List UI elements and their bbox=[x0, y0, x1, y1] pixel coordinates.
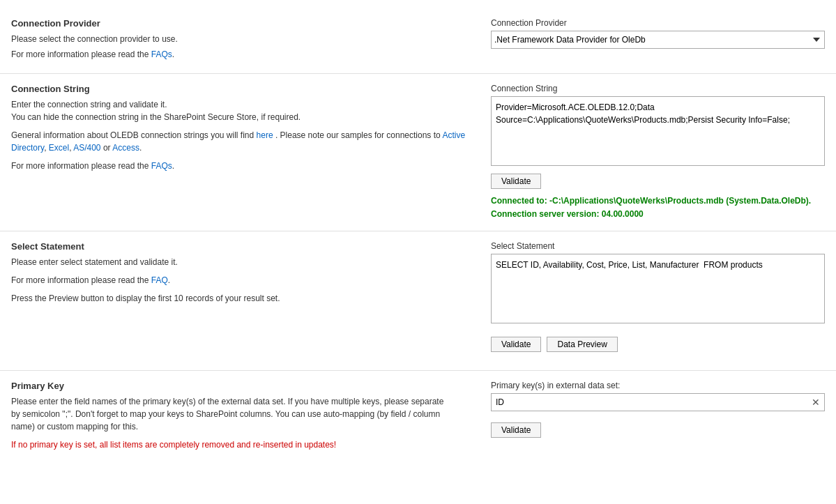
select-statement-data-preview-btn[interactable]: Data Preview bbox=[547, 337, 617, 352]
connected-message: Connected to: -C:\Applications\QuoteWerk… bbox=[491, 194, 825, 221]
connection-provider-left: Connection Provider Please select the co… bbox=[11, 18, 485, 66]
connection-provider-section: Connection Provider Please select the co… bbox=[0, 11, 836, 74]
primary-key-right-label: Primary key(s) in external data set: bbox=[491, 381, 825, 390]
connection-string-faq-wrap: For more information please read the FAQ… bbox=[11, 160, 469, 172]
primary-key-section: Primary Key Please enter the field names… bbox=[0, 371, 836, 464]
connection-provider-select[interactable]: .Net Framework Data Provider for OleDb .… bbox=[491, 31, 825, 49]
primary-key-input[interactable] bbox=[492, 394, 807, 411]
conn-desc2-text: You can hide the connection string in th… bbox=[11, 112, 301, 122]
connection-string-here-link[interactable]: here bbox=[257, 130, 273, 140]
connection-string-faq-link[interactable]: FAQs bbox=[151, 161, 172, 171]
connection-provider-right-label: Connection Provider bbox=[491, 18, 825, 28]
connection-provider-faq-link[interactable]: FAQs bbox=[151, 49, 172, 59]
connection-string-desc3-wrap: General information about OLEDB connecti… bbox=[11, 129, 469, 154]
conn-faq-prefix: For more information please read the bbox=[11, 161, 149, 171]
primary-key-desc1: Please enter the field names of the prim… bbox=[11, 395, 450, 433]
connection-string-validate-wrap: Validate bbox=[491, 168, 825, 189]
connection-string-access-link[interactable]: Access bbox=[112, 143, 139, 153]
connection-string-right-label: Connection String bbox=[491, 84, 825, 93]
select-statement-title: Select Statement bbox=[11, 241, 469, 252]
conn-desc1-text: Enter the connection string and validate… bbox=[11, 100, 167, 109]
primary-key-validate-btn[interactable]: Validate bbox=[491, 422, 541, 438]
connection-provider-faq-wrap: For more information please read the FAQ… bbox=[11, 48, 469, 61]
connection-provider-title: Connection Provider bbox=[11, 18, 469, 29]
select-statement-right: Select Statement SELECT ID, Availability… bbox=[485, 241, 825, 352]
select-statement-textarea[interactable]: SELECT ID, Availability, Cost, Price, Li… bbox=[491, 254, 825, 323]
connection-string-section: Connection String Enter the connection s… bbox=[0, 74, 836, 231]
select-faq-period: . bbox=[168, 275, 170, 285]
conn-desc5-text: or bbox=[103, 143, 111, 153]
connection-string-desc1: Enter the connection string and validate… bbox=[11, 98, 469, 123]
select-statement-left: Select Statement Please enter select sta… bbox=[11, 241, 485, 307]
connection-string-validate-btn[interactable]: Validate bbox=[491, 174, 541, 189]
connection-string-title: Connection String bbox=[11, 84, 469, 94]
select-statement-faq-wrap: For more information please read the FAQ… bbox=[11, 274, 469, 287]
page: Connection Provider Please select the co… bbox=[0, 0, 836, 475]
conn-desc4-text: . Please note our samples for connection… bbox=[275, 130, 441, 140]
select-statement-btn-row: Validate Data Preview bbox=[491, 331, 825, 352]
connection-provider-desc1: Please select the connection provider to… bbox=[11, 33, 469, 45]
select-statement-desc1: Please enter select statement and valida… bbox=[11, 256, 469, 268]
primary-key-clear-btn[interactable]: ✕ bbox=[807, 394, 824, 411]
connected-msg-line1: Connected to: -C:\Applications\QuoteWerk… bbox=[491, 194, 825, 208]
connection-string-right: Connection String Provider=Microsoft.ACE… bbox=[485, 84, 825, 221]
primary-key-desc2: If no primary key is set, all list items… bbox=[11, 438, 469, 451]
select-statement-preview-desc: Press the Preview button to display the … bbox=[11, 292, 469, 305]
connection-provider-right: Connection Provider .Net Framework Data … bbox=[485, 18, 825, 66]
select-statement-validate-btn[interactable]: Validate bbox=[491, 337, 541, 352]
primary-key-input-wrap: ✕ bbox=[491, 393, 825, 411]
connection-string-excel-link[interactable]: Excel bbox=[49, 143, 69, 153]
connection-string-left: Connection String Enter the connection s… bbox=[11, 84, 485, 175]
connection-provider-faq-prefix: For more information please read the bbox=[11, 49, 149, 59]
connection-string-textarea[interactable]: Provider=Microsoft.ACE.OLEDB.12.0;Data S… bbox=[491, 96, 825, 166]
select-statement-section: Select Statement Please enter select sta… bbox=[0, 231, 836, 371]
primary-key-validate-wrap: Validate bbox=[491, 417, 825, 438]
primary-key-title: Primary Key bbox=[11, 381, 469, 391]
select-faq-prefix: For more information please read the bbox=[11, 275, 149, 285]
connection-string-as400-link[interactable]: AS/400 bbox=[73, 143, 100, 153]
select-statement-faq-link[interactable]: FAQ bbox=[151, 275, 168, 285]
select-statement-right-label: Select Statement bbox=[491, 241, 825, 251]
conn-desc3-text: General information about OLEDB connecti… bbox=[11, 130, 254, 140]
connected-msg-line2: Connection server version: 04.00.0000 bbox=[491, 208, 825, 221]
primary-key-right: Primary key(s) in external data set: ✕ V… bbox=[485, 381, 825, 438]
primary-key-left: Primary Key Please enter the field names… bbox=[11, 381, 485, 454]
